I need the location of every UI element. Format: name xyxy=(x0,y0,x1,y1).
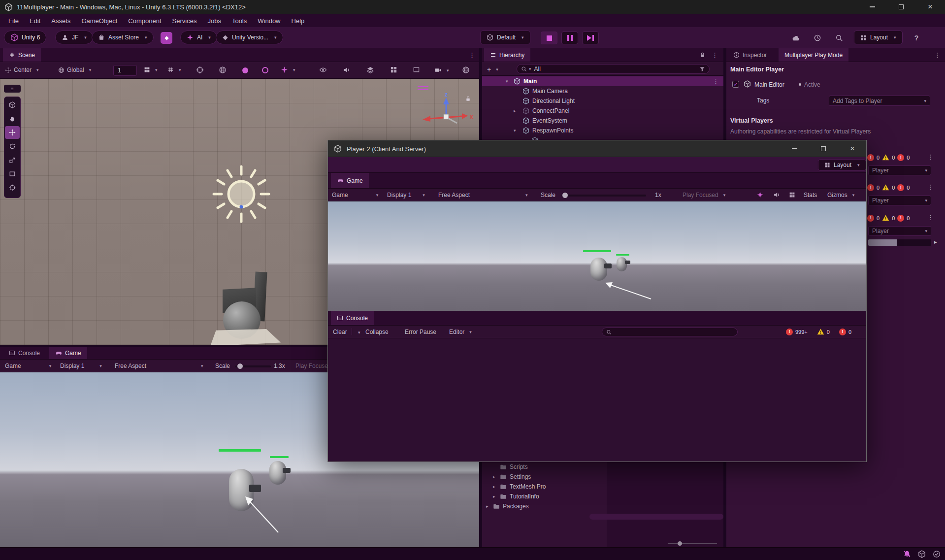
stop-button[interactable] xyxy=(541,32,557,44)
hierarchy-search[interactable]: ▾ xyxy=(517,64,710,74)
error-pause-toggle[interactable]: Error Pause xyxy=(405,329,436,335)
player2-title-bar[interactable]: Player 2 (Client And Server) × xyxy=(328,140,866,157)
hand-tool-button[interactable] xyxy=(5,112,20,125)
main-editor-checkbox[interactable]: ✓ xyxy=(732,81,739,88)
menu-component[interactable]: Component xyxy=(123,17,166,25)
scale-tool-button[interactable] xyxy=(5,154,20,166)
minimize-button[interactable] xyxy=(861,0,883,14)
project-zoom-slider[interactable] xyxy=(668,543,717,544)
scene-menu-kebab[interactable]: ⋮ xyxy=(469,52,475,58)
collapse-toggle[interactable]: Collapse xyxy=(365,329,389,335)
add-object-button[interactable]: +▾ xyxy=(487,66,498,73)
player2-minimize-button[interactable] xyxy=(783,140,806,157)
console-search[interactable] xyxy=(602,328,738,336)
error-badge-icon[interactable]: ! xyxy=(839,329,846,335)
tags-dropdown[interactable]: Add Tags to Player▾ xyxy=(829,96,930,106)
stats-toggle[interactable]: Stats xyxy=(804,192,817,198)
menu-window[interactable]: Window xyxy=(252,17,286,25)
zoom-slider-knob[interactable] xyxy=(678,541,682,546)
menu-file[interactable]: File xyxy=(3,17,24,25)
menu-jobs[interactable]: Jobs xyxy=(202,17,226,25)
game-view-dropdown[interactable]: Game▾ xyxy=(5,362,51,369)
menu-edit[interactable]: Edit xyxy=(24,17,46,25)
player2-tab-game[interactable]: Game xyxy=(331,173,369,188)
hierarchy-lock-icon[interactable] xyxy=(699,52,706,58)
project-scrollbar[interactable] xyxy=(589,514,723,520)
asset-store-button[interactable]: Asset Store▾ xyxy=(92,31,154,44)
hierarchy-item-directional-light[interactable]: Directional Light xyxy=(482,96,723,106)
filter-funnel-icon[interactable] xyxy=(699,66,705,72)
snap-increment-dropdown[interactable]: ▾ xyxy=(167,66,181,73)
hierarchy-item-main[interactable]: ▾ Main ⋮ xyxy=(482,76,723,86)
account-button[interactable]: JF▾ xyxy=(55,31,93,44)
undo-history-button[interactable] xyxy=(811,32,824,44)
component-filter-button[interactable] xyxy=(413,66,420,73)
aspect-dropdown[interactable]: Free Aspect▾ xyxy=(438,192,528,198)
grid-visibility-button[interactable] xyxy=(390,66,397,73)
unity-version-control-button[interactable]: Unity Versio...▾ xyxy=(216,31,283,44)
handle-orientation-dropdown[interactable]: Global▾ xyxy=(58,66,91,73)
tab-game[interactable]: Game xyxy=(49,347,87,359)
hierarchy-search-input[interactable] xyxy=(534,66,696,72)
grid-size-input[interactable] xyxy=(113,65,137,76)
player2-maximize-button[interactable] xyxy=(812,140,835,157)
player-type-dropdown[interactable]: Player▾ xyxy=(868,196,931,205)
overlay-grip[interactable]: ≡ xyxy=(4,85,21,93)
error-count[interactable]: 0 xyxy=(848,329,851,335)
player2-game-viewport[interactable] xyxy=(328,201,866,311)
view-tool-button[interactable] xyxy=(5,99,20,111)
lighting-toggle[interactable] xyxy=(242,67,248,73)
tab-hierarchy[interactable]: Hierarchy xyxy=(484,48,530,62)
inspector-menu-kebab[interactable]: ⋮ xyxy=(934,52,941,58)
step-button[interactable] xyxy=(582,32,599,44)
game-view-dropdown[interactable]: Game▾ xyxy=(332,192,378,198)
tab-inspector[interactable]: Inspector xyxy=(727,48,773,62)
scene-options-kebab[interactable]: ⋮ xyxy=(713,78,719,84)
gizmos-dropdown[interactable]: Gizmos▾ xyxy=(827,192,854,198)
ai-button[interactable]: AI▾ xyxy=(180,31,217,44)
close-button[interactable]: × xyxy=(919,0,942,14)
info-badge-icon[interactable]: ! xyxy=(786,329,793,335)
scale-slider[interactable] xyxy=(561,195,646,197)
play-mode-profile-dropdown[interactable]: Default▾ xyxy=(480,31,530,44)
background-tasks-icon[interactable] xyxy=(918,550,926,558)
warning-icon[interactable] xyxy=(817,328,824,335)
warning-count[interactable]: 0 xyxy=(827,329,830,335)
display-dropdown[interactable]: Display 1▾ xyxy=(387,192,425,198)
transform-tool-button[interactable] xyxy=(5,181,20,194)
move-tool-button[interactable] xyxy=(5,126,20,139)
menu-services[interactable]: Services xyxy=(167,17,202,25)
highlighted-tool-button[interactable] xyxy=(161,32,172,44)
project-folder-textmeshpro[interactable]: ▸ TextMesh Pro xyxy=(482,482,607,492)
project-folder-packages[interactable]: ▸ Packages xyxy=(482,501,607,511)
search-everywhere-button[interactable] xyxy=(832,32,846,44)
menu-help[interactable]: Help xyxy=(286,17,310,25)
console-search-input[interactable] xyxy=(615,329,733,335)
player2-layout-dropdown[interactable]: Layout▾ xyxy=(818,159,866,171)
expand-arrow[interactable]: ▸ xyxy=(934,239,937,245)
menu-gameobject[interactable]: GameObject xyxy=(76,17,123,25)
notifications-muted-icon[interactable] xyxy=(903,550,911,558)
rect-tool-button[interactable] xyxy=(5,167,20,180)
clear-options-caret[interactable]: ▾ xyxy=(358,330,360,335)
vfx-toggle-icon[interactable] xyxy=(756,191,764,198)
cloud-button[interactable] xyxy=(789,32,803,44)
mute-audio-icon[interactable] xyxy=(773,191,781,198)
world-globe-button[interactable] xyxy=(462,66,470,74)
aspect-dropdown[interactable]: Free Aspect▾ xyxy=(115,362,203,369)
scale-slider[interactable] xyxy=(235,365,271,367)
hierarchy-item-main-camera[interactable]: Main Camera xyxy=(482,86,723,96)
project-folder-tutorialinfo[interactable]: ▸ TutorialInfo xyxy=(482,492,607,501)
hierarchy-item-connectpanel[interactable]: ▸ ConnectPanel xyxy=(482,106,723,116)
play-focused-dropdown[interactable]: Play Focused▾ xyxy=(683,192,725,198)
editor-dropdown[interactable]: Editor▾ xyxy=(449,329,472,335)
effects-dropdown[interactable]: ▾ xyxy=(281,66,295,73)
player-kebab[interactable]: ⋮ xyxy=(927,214,934,221)
metrics-grid-icon[interactable] xyxy=(789,192,795,198)
display-dropdown[interactable]: Display 1▾ xyxy=(60,362,102,369)
lock-icon[interactable] xyxy=(465,96,471,102)
directional-light-gizmo[interactable] xyxy=(212,165,271,224)
scene-audio-toggle[interactable] xyxy=(343,66,351,74)
tab-multiplayer-play-mode[interactable]: Multiplayer Play Mode xyxy=(779,48,848,62)
project-folder-scripts[interactable]: Scripts xyxy=(482,462,607,472)
